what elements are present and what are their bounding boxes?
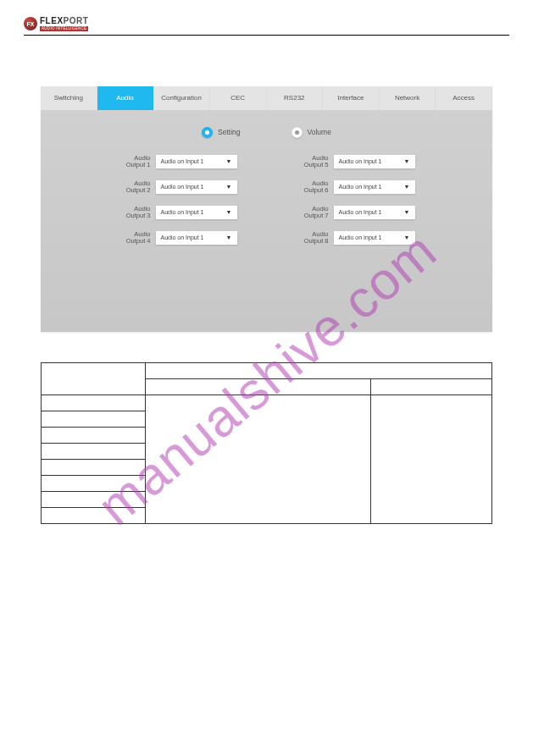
output-select-7[interactable]: Audio on Input 1 ▼ [334, 206, 415, 219]
output-select-1-value: Audio on Input 1 [161, 158, 204, 164]
output-row-6: Audio Output 6 Audio on Input 1 ▼ [297, 180, 415, 194]
output-label-2: Audio Output 2 [119, 180, 151, 194]
output-select-6-value: Audio on Input 1 [339, 184, 382, 190]
output-label-6: Audio Output 6 [297, 180, 329, 194]
logo-text: FLEXPORT AUDIO INTELLIGENCE [40, 17, 88, 31]
output-select-4-value: Audio on Input 1 [161, 235, 204, 240]
output-label-5: Audio Output 5 [297, 155, 329, 168]
output-column-right: Audio Output 5 Audio on Input 1 ▼ Audio … [297, 155, 415, 245]
output-select-5-value: Audio on Input 1 [339, 158, 382, 164]
output-grid: Audio Output 1 Audio on Input 1 ▼ Audio … [41, 148, 492, 251]
output-row-3: Audio Output 3 Audio on Input 1 ▼ [119, 206, 237, 219]
logo-name-light: PORT [64, 16, 89, 25]
output-row-2: Audio Output 2 Audio on Input 1 ▼ [119, 180, 237, 194]
chevron-down-icon: ▼ [404, 184, 410, 190]
table-cell-left [42, 411, 146, 427]
tab-configuration[interactable]: Configuration [153, 86, 210, 110]
output-select-6[interactable]: Audio on Input 1 ▼ [334, 180, 415, 194]
table-cell-left [42, 443, 146, 459]
output-select-5[interactable]: Audio on Input 1 ▼ [334, 155, 415, 168]
table-header-sub-2 [371, 378, 492, 395]
chevron-down-icon: ▼ [226, 184, 232, 190]
logo-badge-icon: FX [24, 17, 37, 30]
output-label-4: Audio Output 4 [119, 231, 151, 245]
output-column-left: Audio Output 1 Audio on Input 1 ▼ Audio … [119, 155, 237, 245]
output-row-4: Audio Output 4 Audio on Input 1 ▼ [119, 231, 237, 245]
table-cell-left [42, 459, 146, 475]
chevron-down-icon: ▼ [226, 235, 232, 240]
table-cell-merge-1 [146, 395, 371, 523]
chevron-down-icon: ▼ [404, 209, 410, 215]
radio-setting[interactable]: Setting [202, 127, 240, 138]
table-header-top [146, 362, 492, 378]
logo-name: FLEXPORT [40, 17, 88, 25]
chevron-down-icon: ▼ [404, 158, 410, 164]
output-select-2[interactable]: Audio on Input 1 ▼ [156, 180, 237, 194]
logo-badge-text: FX [27, 21, 35, 27]
output-select-1[interactable]: Audio on Input 1 ▼ [156, 155, 237, 168]
tab-audio[interactable]: Audio [97, 86, 154, 110]
output-select-3-value: Audio on Input 1 [161, 209, 204, 215]
table-row [42, 395, 492, 411]
output-label-8: Audio Output 8 [297, 231, 329, 245]
table-header-main [42, 362, 146, 395]
tab-network[interactable]: Network [380, 86, 436, 110]
output-row-7: Audio Output 7 Audio on Input 1 ▼ [297, 206, 415, 219]
logo-subtitle: AUDIO INTELLIGENCE [40, 26, 88, 31]
output-select-8-value: Audio on Input 1 [339, 235, 382, 240]
output-select-8[interactable]: Audio on Input 1 ▼ [334, 231, 415, 245]
chevron-down-icon: ▼ [404, 235, 410, 240]
table-cell-left [42, 507, 146, 523]
chevron-down-icon: ▼ [226, 158, 232, 164]
config-panel: Switching Audio Configuration CEC RS232 … [41, 86, 492, 332]
page-header: FX FLEXPORT AUDIO INTELLIGENCE [24, 17, 509, 36]
output-label-7: Audio Output 7 [297, 206, 329, 219]
radio-volume-label: Volume [308, 128, 331, 136]
tab-switching[interactable]: Switching [41, 86, 97, 110]
tab-bar: Switching Audio Configuration CEC RS232 … [41, 86, 492, 110]
tab-rs232[interactable]: RS232 [267, 86, 324, 110]
tab-cec[interactable]: CEC [210, 86, 267, 110]
table-header-row-1 [42, 362, 492, 378]
output-select-7-value: Audio on Input 1 [339, 209, 382, 215]
output-select-3[interactable]: Audio on Input 1 ▼ [156, 206, 237, 219]
table-cell-left [42, 427, 146, 443]
table-header-sub-1 [146, 378, 371, 395]
radio-selected-icon [202, 127, 213, 138]
radio-setting-label: Setting [218, 128, 240, 136]
table-cell-left [42, 395, 146, 411]
sub-toggle: Setting Volume [41, 110, 492, 148]
output-row-5: Audio Output 5 Audio on Input 1 ▼ [297, 155, 415, 168]
output-select-2-value: Audio on Input 1 [161, 184, 204, 190]
table-cell-merge-2 [371, 395, 492, 523]
logo-name-bold: FLEX [40, 16, 64, 25]
chevron-down-icon: ▼ [226, 209, 232, 215]
logo: FX FLEXPORT AUDIO INTELLIGENCE [24, 17, 88, 31]
output-row-8: Audio Output 8 Audio on Input 1 ▼ [297, 231, 415, 245]
tab-access[interactable]: Access [436, 86, 492, 110]
settings-table [41, 362, 492, 524]
table-cell-left [42, 491, 146, 507]
output-select-4[interactable]: Audio on Input 1 ▼ [156, 231, 237, 245]
table-cell-left [42, 475, 146, 491]
output-label-1: Audio Output 1 [119, 155, 151, 168]
tab-interface[interactable]: Interface [323, 86, 380, 110]
output-label-3: Audio Output 3 [119, 206, 151, 219]
radio-unselected-icon [291, 127, 303, 138]
radio-volume[interactable]: Volume [291, 127, 331, 138]
output-row-1: Audio Output 1 Audio on Input 1 ▼ [119, 155, 237, 168]
